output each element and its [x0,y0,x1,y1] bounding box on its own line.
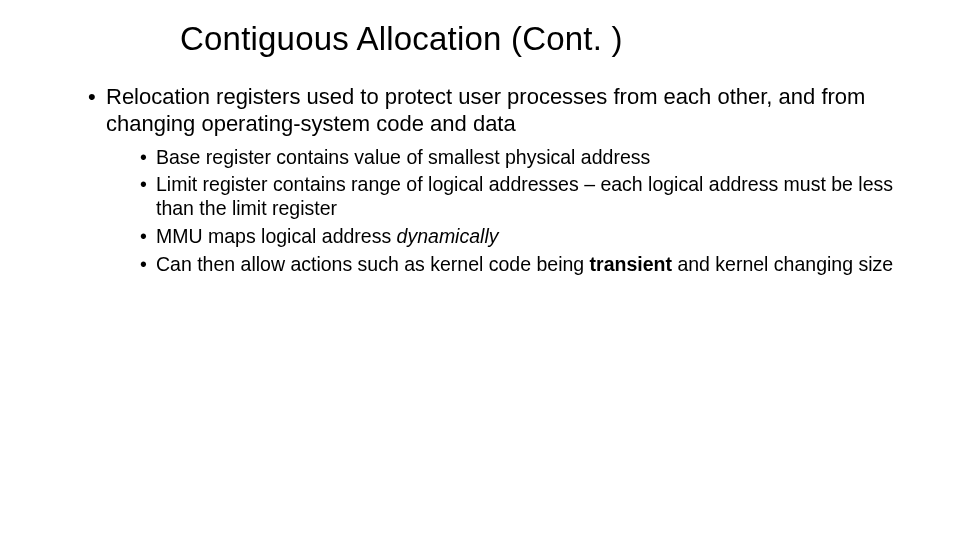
bullet-text: Relocation registers used to protect use… [106,84,865,136]
sub-bullet-item: MMU maps logical address dynamically [140,225,900,249]
sub-bullet-item: Base register contains value of smallest… [140,146,900,170]
slide-title: Contiguous Allocation (Cont. ) [180,20,900,58]
sub-bullet-item: Can then allow actions such as kernel co… [140,253,900,277]
bullet-text: MMU maps logical address [156,225,397,247]
italic-text: dynamically [397,225,499,247]
bullet-text: Can then allow actions such as kernel co… [156,253,590,275]
bullet-text: Base register contains value of smallest… [156,146,650,168]
bold-text: transient [590,253,672,275]
bullet-list-level1: Relocation registers used to protect use… [60,84,900,277]
bullet-list-level2: Base register contains value of smallest… [106,146,900,277]
sub-bullet-item: Limit register contains range of logical… [140,173,900,221]
bullet-item: Relocation registers used to protect use… [88,84,900,277]
slide: Contiguous Allocation (Cont. ) Relocatio… [0,0,960,540]
bullet-text: Limit register contains range of logical… [156,173,893,219]
bullet-text: and kernel changing size [672,253,893,275]
